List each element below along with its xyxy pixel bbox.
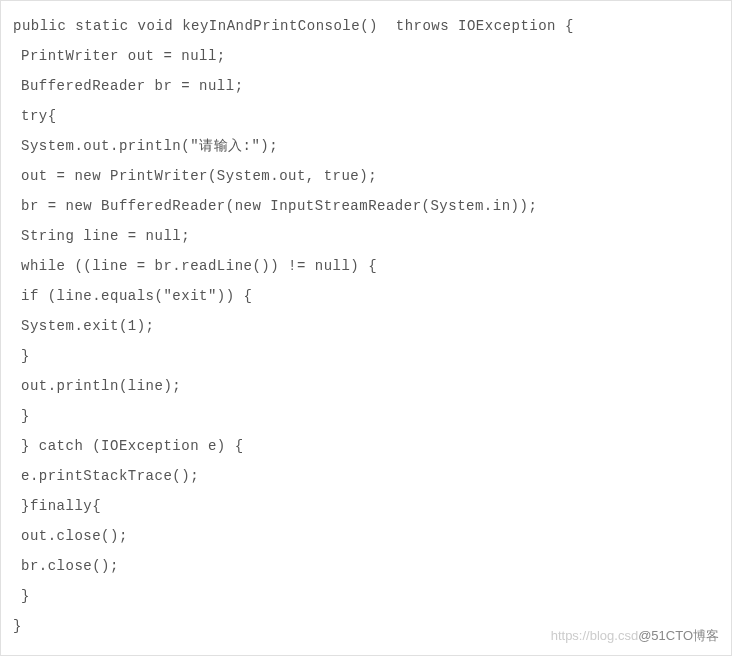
code-line: BufferedReader br = null; (13, 71, 719, 101)
code-line: out.println(line); (13, 371, 719, 401)
code-line: while ((line = br.readLine()) != null) { (13, 251, 719, 281)
code-line: out = new PrintWriter(System.out, true); (13, 161, 719, 191)
code-block: public static void keyInAndPrintConsole(… (13, 11, 719, 641)
code-line: } (13, 401, 719, 431)
code-line: out.close(); (13, 521, 719, 551)
watermark: https://blog.csd@51CTO博客 (551, 627, 719, 645)
code-line: try{ (13, 101, 719, 131)
code-line: System.out.println("请输入:"); (13, 131, 719, 161)
code-line: br = new BufferedReader(new InputStreamR… (13, 191, 719, 221)
watermark-dark: @51CTO博客 (638, 628, 719, 643)
code-line: if (line.equals("exit")) { (13, 281, 719, 311)
code-line: System.exit(1); (13, 311, 719, 341)
code-line: } catch (IOException e) { (13, 431, 719, 461)
code-line: }finally{ (13, 491, 719, 521)
code-line: PrintWriter out = null; (13, 41, 719, 71)
watermark-light: https://blog.csd (551, 628, 638, 643)
code-line: e.printStackTrace(); (13, 461, 719, 491)
code-line: br.close(); (13, 551, 719, 581)
code-line: } (13, 581, 719, 611)
code-line: public static void keyInAndPrintConsole(… (13, 11, 719, 41)
code-line: String line = null; (13, 221, 719, 251)
code-line: } (13, 341, 719, 371)
